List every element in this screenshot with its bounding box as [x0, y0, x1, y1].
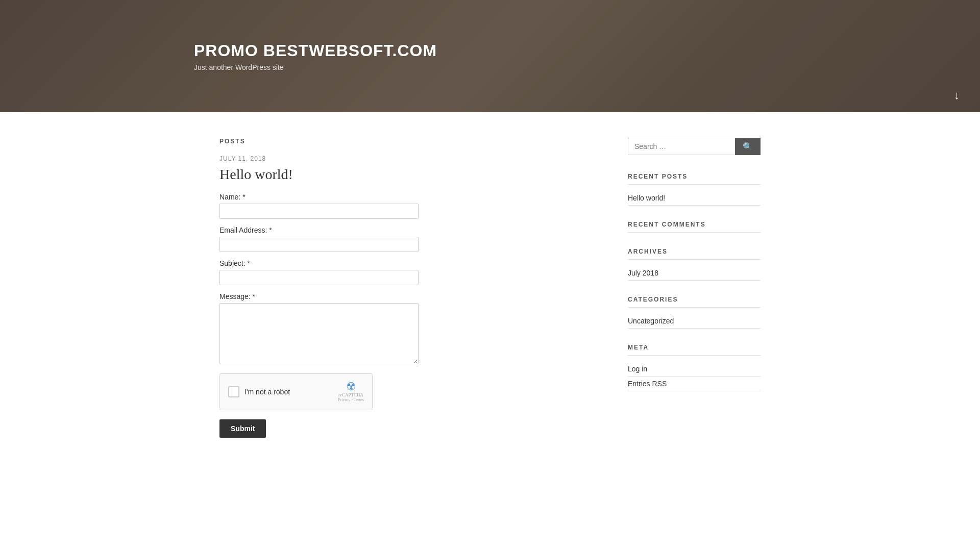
post-title: Hello world!	[219, 166, 597, 183]
site-header: PROMO BESTWEBSOFT.COM Just another WordP…	[0, 0, 980, 112]
header-content: PROMO BESTWEBSOFT.COM Just another WordP…	[0, 41, 437, 71]
recent-comments-title: RECENT COMMENTS	[628, 221, 761, 233]
name-field-group: Name: *	[219, 193, 597, 219]
message-textarea[interactable]	[219, 303, 419, 364]
categories-section: CATEGORIES Uncategorized	[628, 296, 761, 329]
sidebar-item-log-in[interactable]: Log in	[628, 362, 761, 377]
search-input[interactable]	[628, 138, 735, 155]
content-area: POSTS JULY 11, 2018 Hello world! Name: *…	[219, 138, 597, 438]
message-required: *	[253, 292, 255, 300]
recent-comments-section: RECENT COMMENTS	[628, 221, 761, 233]
sidebar-item-hello-world[interactable]: Hello world!	[628, 191, 761, 206]
scroll-down-button[interactable]: ↓	[954, 89, 960, 102]
subject-input[interactable]	[219, 270, 419, 285]
message-field-group: Message: *	[219, 292, 597, 366]
recent-posts-title: RECENT POSTS	[628, 173, 761, 185]
search-button[interactable]: 🔍	[735, 138, 761, 155]
categories-title: CATEGORIES	[628, 296, 761, 308]
email-label: Email Address: *	[219, 226, 597, 234]
archives-section: ARCHIVES July 2018	[628, 248, 761, 281]
contact-form: Name: * Email Address: * Subject: *	[219, 193, 597, 438]
site-title: PROMO BESTWEBSOFT.COM	[194, 41, 437, 60]
recaptcha-icon: ☢	[346, 381, 356, 392]
recent-posts-section: RECENT POSTS Hello world!	[628, 173, 761, 206]
recaptcha-logo: ☢ reCAPTCHA Privacy - Terms	[338, 381, 364, 403]
posts-section-label: POSTS	[219, 138, 597, 145]
sidebar-item-uncategorized[interactable]: Uncategorized	[628, 314, 761, 329]
chevron-down-icon: ↓	[954, 89, 960, 102]
email-input[interactable]	[219, 237, 419, 252]
site-main: POSTS JULY 11, 2018 Hello world! Name: *…	[209, 112, 771, 458]
search-icon: 🔍	[743, 142, 753, 152]
submit-button[interactable]: Submit	[219, 419, 266, 438]
sidebar: 🔍 RECENT POSTS Hello world! RECENT COMME…	[628, 138, 761, 438]
subject-field-group: Subject: *	[219, 259, 597, 285]
meta-title: META	[628, 344, 761, 356]
name-label: Name: *	[219, 193, 597, 201]
name-input[interactable]	[219, 204, 419, 219]
recaptcha-checkbox[interactable]	[228, 386, 239, 397]
archives-title: ARCHIVES	[628, 248, 761, 260]
site-tagline: Just another WordPress site	[194, 63, 437, 71]
subject-label: Subject: *	[219, 259, 597, 267]
recaptcha-brand: reCAPTCHA	[338, 392, 363, 397]
sidebar-item-entries-rss[interactable]: Entries RSS	[628, 377, 761, 391]
post-date: JULY 11, 2018	[219, 155, 597, 162]
recaptcha-widget: I'm not a robot ☢ reCAPTCHA Privacy - Te…	[219, 373, 373, 410]
meta-section: META Log in Entries RSS	[628, 344, 761, 391]
search-widget: 🔍	[628, 138, 761, 155]
email-required: *	[269, 226, 272, 234]
recaptcha-label: I'm not a robot	[244, 388, 333, 396]
email-field-group: Email Address: *	[219, 226, 597, 252]
post-article: JULY 11, 2018 Hello world! Name: * Email…	[219, 155, 597, 438]
subject-required: *	[247, 259, 250, 267]
sidebar-item-july-2018[interactable]: July 2018	[628, 266, 761, 281]
name-required: *	[242, 193, 245, 201]
recaptcha-terms: Privacy - Terms	[338, 397, 364, 403]
message-label: Message: *	[219, 292, 597, 300]
